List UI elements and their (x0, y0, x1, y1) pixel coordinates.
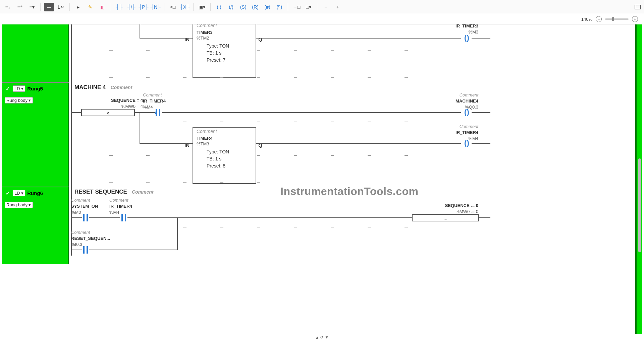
toolbar-btn-func[interactable]: ▣▾ (197, 3, 207, 11)
toolbar-btn-jump[interactable]: →□ (291, 3, 302, 11)
separator (210, 3, 211, 11)
toolbar-btn-contact-p[interactable]: ┤P├ (139, 3, 149, 11)
toolbar-btn-compare[interactable]: <□ (168, 3, 178, 11)
zoom-bar: 140% − + (0, 14, 644, 24)
separator (164, 3, 164, 11)
separator (193, 3, 194, 11)
toolbar-btn-pointer[interactable]: ▸ (73, 3, 83, 11)
toolbar-btn-rung-menu[interactable]: ≡▾ (27, 3, 37, 11)
toolbar-btn-coil-neg[interactable]: (/) (226, 3, 236, 11)
separator (111, 3, 111, 11)
separator (317, 3, 317, 11)
toolbar-btn-pencil[interactable]: ✎ (85, 3, 95, 11)
zoom-in-button[interactable]: + (632, 16, 638, 22)
toolbar-btn-contact-nc[interactable]: ┤/├ (126, 3, 137, 11)
toolbar-btn-coil-hash[interactable]: (#) (262, 3, 272, 11)
toolbar-btn-branch[interactable]: ⸺ (44, 3, 54, 11)
zoom-slider[interactable] (605, 18, 629, 20)
toolbar-btn-coil[interactable]: ( ) (214, 3, 224, 11)
toolbar-btn-operate[interactable]: □▾ (304, 3, 314, 11)
toolbar-btn-eraser[interactable]: ◧ (97, 3, 107, 11)
toolbar-btn-rung-add[interactable]: ≡⁺ (15, 3, 25, 11)
toolbar-btn-plus[interactable]: + (333, 3, 343, 11)
toolbar-btn-coil-d[interactable]: (ᴰ) (274, 3, 284, 11)
toolbar-btn-contact-no[interactable]: ┤├ (114, 3, 124, 11)
zoom-out-button[interactable]: − (596, 16, 602, 22)
toolbar-btn-contact-n[interactable]: ┤N├ (151, 3, 161, 11)
toolbar-btn-coil-reset[interactable]: (R) (250, 3, 260, 11)
toolbar-btn-minus[interactable]: − (321, 3, 331, 11)
toolbar-btn-branch2[interactable]: L↵ (56, 3, 66, 11)
zoom-percent: 140% (581, 17, 592, 22)
toolbar-btn-rung-insert[interactable]: ≡₊ (3, 3, 13, 11)
separator (40, 3, 41, 11)
maximize-icon[interactable] (635, 5, 641, 9)
separator (288, 3, 288, 11)
separator (69, 3, 70, 11)
toolbar-btn-xor[interactable]: ┤X├ (180, 3, 190, 11)
toolbar-btn-coil-set[interactable]: (S) (238, 3, 248, 11)
toolbar: ≡₊ ≡⁺ ≡▾ ⸺ L↵ ▸ ✎ ◧ ┤├ ┤/├ ┤P├ ┤N├ <□ ┤X… (0, 0, 644, 14)
